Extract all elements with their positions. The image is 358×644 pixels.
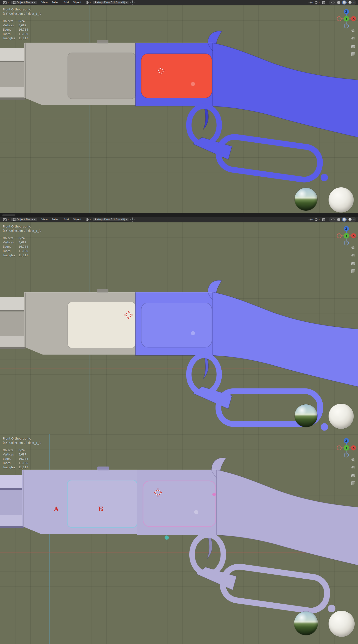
perspective-toggle-button[interactable] [351,269,356,274]
camera-view-button[interactable] [351,261,356,266]
navigation-gizmo[interactable]: Z X Y [336,8,357,29]
stat-triangles: Triangles11,117 [3,253,41,258]
editor-type-button[interactable]: ▾ [2,218,10,222]
navigation-gizmo[interactable]: Z X Y [336,438,357,458]
menu-view[interactable]: View [39,0,49,4]
menu-add[interactable]: Add [62,218,70,222]
viewport-gizmos-button[interactable]: ▾ [308,218,313,221]
barrel-tube[interactable] [0,48,25,60]
camera-view-button[interactable] [351,473,356,478]
shading-wireframe-button[interactable] [331,0,335,4]
shading-solid-button[interactable] [336,0,341,4]
viewport-3d[interactable]: Front Orthographic (33) Collection 2 | d… [0,222,358,434]
trigger[interactable] [203,357,208,379]
stat-triangles: Triangles11,117 [3,465,41,470]
pan-button[interactable] [351,253,356,258]
gizmo-z-neg-axis[interactable] [344,241,349,245]
menu-object[interactable]: Object [71,218,83,222]
menu-object[interactable]: Object [71,0,83,4]
plate-screw [194,510,198,514]
gizmo-z-neg-axis[interactable] [344,24,349,28]
sideplate-door[interactable] [143,481,216,526]
magazine-tube[interactable] [0,336,25,347]
view-label: Front Orthographic [3,437,41,440]
gizmo-z-neg-axis[interactable] [344,453,349,457]
camera-view-button[interactable] [351,44,356,49]
trigger[interactable] [207,537,212,559]
mode-selector[interactable]: Object Mode ▾ [11,218,37,222]
stock[interactable] [213,292,358,387]
viewport-nav-buttons [351,28,356,57]
editor-type-icon [3,1,7,4]
viewport-gizmos-button[interactable]: ▾ [308,1,313,4]
transform-orientation-button[interactable]: ▾ [85,1,92,4]
shading-rendered-button[interactable] [348,0,352,4]
shading-rendered-button[interactable] [348,218,352,222]
xray-toggle-button[interactable] [321,218,327,222]
menu-select[interactable]: Select [50,0,61,4]
mode-selector[interactable]: Object Mode ▾ [11,0,37,4]
perspective-toggle-button[interactable] [351,52,356,57]
retopoflow-menu[interactable]: RetopoFlow 3.1.0 (self) ▾ [93,0,129,4]
gizmo-z-label: Z [346,227,348,230]
sideplate-door[interactable] [141,54,212,98]
perspective-toggle-button[interactable] [351,481,356,486]
navigation-gizmo[interactable]: Z X Y [336,226,357,246]
sideplate-left[interactable] [68,302,135,348]
overlays-button[interactable]: ▾ [315,218,320,221]
shading-mode-group: ▾ [329,217,356,222]
menu-add[interactable]: Add [62,0,70,4]
viewport-3d[interactable]: А Б Front Orthographic (33) Collection 2… [0,434,358,644]
transform-orientation-button[interactable]: ▾ [85,218,92,221]
sideplate-left[interactable] [68,53,135,99]
overlays-icon [315,218,318,221]
trigger[interactable] [203,108,208,129]
pan-button[interactable] [351,36,356,41]
grid-icon [351,269,356,274]
pan-button[interactable] [351,465,356,470]
stock[interactable] [213,43,358,138]
retopoflow-menu[interactable]: RetopoFlow 3.1.0 (self) ▾ [93,218,129,222]
zoom-button[interactable] [351,28,356,33]
shading-solid-button[interactable] [336,218,341,222]
shading-material-button[interactable] [342,218,347,222]
shading-wireframe-button[interactable] [331,218,335,222]
gizmo-x-neg-axis[interactable] [337,17,341,21]
object-mode-icon [13,1,16,4]
material-shading-icon [343,1,346,4]
magazine-tube[interactable] [0,87,25,98]
forend-wood[interactable] [0,490,24,515]
rifle-model[interactable] [0,222,358,434]
sideplate-left[interactable] [67,480,137,527]
help-button[interactable]: ? [130,218,134,222]
gizmo-x-neg-axis[interactable] [337,234,341,238]
gizmo-toggle-icon [308,218,312,221]
stock[interactable] [217,470,358,567]
retopo-mesh-overlay[interactable] [135,31,358,181]
forend-wood[interactable] [0,312,25,336]
editor-type-button[interactable]: ▾ [2,1,10,4]
overlays-button[interactable]: ▾ [315,1,320,4]
chevron-down-icon: ▾ [312,2,313,4]
xray-toggle-button[interactable] [321,1,327,4]
retopo-mesh-overlay[interactable] [135,280,358,430]
barrel-tube[interactable] [0,475,24,488]
zoom-button[interactable] [351,457,356,462]
magazine-tube[interactable] [0,515,24,526]
menu-view[interactable]: View [39,218,49,222]
barrel-tube[interactable] [0,297,25,310]
help-button[interactable]: ? [130,0,134,4]
gizmo-x-neg-axis[interactable] [337,446,341,450]
shading-material-button[interactable] [342,0,347,4]
sideplate-door[interactable] [141,303,212,347]
view-label: Front Orthographic [3,225,41,228]
viewport-3d[interactable]: Front Orthographic (33) Collection 2 | d… [0,5,358,213]
zoom-button[interactable] [351,245,356,250]
panel-divider [0,213,358,217]
menu-select[interactable]: Select [50,218,61,222]
plate-screw [191,82,195,86]
gizmo-y-label: Y [345,17,348,20]
viewport-panel-1: ▾ Object Mode ▾ View Select Add Object ▾ [0,0,358,213]
forend-wood[interactable] [0,62,25,87]
rifle-model[interactable] [0,5,358,213]
